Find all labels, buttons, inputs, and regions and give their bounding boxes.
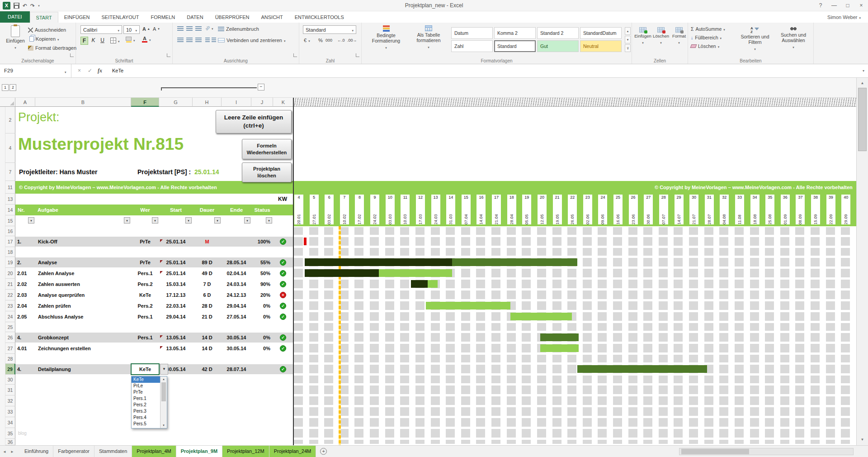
horizontal-scroll-thumb[interactable]	[681, 449, 749, 454]
conditional-formatting-button[interactable]: Bedingte Formatierung	[365, 25, 407, 51]
dialog-launcher-icon[interactable]	[167, 53, 170, 57]
cell-wer[interactable]: KeTe	[131, 364, 159, 375]
filter-button-G[interactable]: ▾	[185, 217, 192, 224]
row-header-13[interactable]: 13	[5, 194, 15, 205]
font-size-select[interactable]: 10	[123, 25, 140, 34]
align-middle-button[interactable]	[186, 26, 193, 31]
align-center-button[interactable]	[186, 38, 193, 42]
delete-cells-button[interactable]: Löschen	[652, 27, 670, 46]
cell-nr[interactable]: 4.	[17, 364, 35, 375]
cell-ende[interactable]: 28.05.14	[222, 257, 251, 268]
cell-task[interactable]: Analyse querprüfen	[38, 290, 131, 300]
row-header-24[interactable]: 24	[5, 311, 15, 322]
cell-dauer[interactable]: 28 D	[193, 300, 222, 311]
row-header-15[interactable]: 15	[5, 215, 15, 226]
cancel-entry-icon[interactable]: ×	[78, 64, 81, 77]
borders-button[interactable]	[110, 38, 120, 43]
row-header-32[interactable]: 32	[5, 395, 15, 406]
insert-cells-button[interactable]: Einfügen	[634, 27, 652, 46]
cell-task[interactable]: Kick-Off	[38, 236, 131, 247]
cell-task[interactable]: Zeichnungen erstellen	[38, 343, 131, 354]
cell-ende[interactable]: 29.04.14	[222, 300, 251, 311]
dropdown-option-pers.4[interactable]: Pers.4	[132, 414, 160, 421]
dialog-launcher-icon[interactable]	[293, 53, 297, 57]
row-header-2[interactable]: 2	[5, 107, 15, 133]
cell-task[interactable]: Abschluss Analyse	[38, 311, 131, 322]
insert-row-button[interactable]: Leere Zeile einfügen (ctrl+e)	[216, 110, 292, 133]
dropdown-option-prte[interactable]: PrTe	[132, 389, 160, 395]
filter-button-H[interactable]: ▾	[214, 217, 221, 224]
fill-button[interactable]: ↓Füllbereich	[691, 35, 722, 40]
cell-style-standard-2[interactable]: Standard 2	[537, 27, 579, 39]
ribbon-tab-formeln[interactable]: FORMELN	[145, 12, 181, 23]
cell-ende[interactable]: 24.03.14	[222, 279, 251, 290]
ribbon-tab-daten[interactable]: DATEN	[181, 12, 209, 23]
cell-ende[interactable]: 24.12.13	[222, 290, 251, 300]
cell-status[interactable]: 100%	[251, 236, 270, 247]
cell-start[interactable]: 17.12.13	[159, 290, 193, 300]
underline-button[interactable]: U	[99, 37, 106, 45]
dialog-launcher-icon[interactable]	[356, 53, 359, 57]
dropdown-option-prle[interactable]: PrLe	[132, 383, 160, 389]
sheet-tab-einführung[interactable]: Einführung	[20, 446, 53, 457]
cell-start[interactable]: 29.04.14	[159, 311, 193, 322]
row-header-23[interactable]: 23	[5, 300, 15, 311]
name-box-caret-icon[interactable]	[65, 64, 66, 79]
column-header-H[interactable]: H	[193, 98, 222, 107]
cell-nr[interactable]: 1.	[17, 236, 35, 247]
maximize-button[interactable]: □	[841, 0, 854, 11]
cell-style-neutral[interactable]: Neutral	[580, 40, 622, 52]
collapse-group-button[interactable]: −	[258, 84, 264, 90]
cell-ende[interactable]	[222, 236, 251, 247]
cell-ende[interactable]: 27.05.14	[222, 311, 251, 322]
find-select-button[interactable]: Suchen und Auswählen	[775, 26, 812, 50]
row-header-19[interactable]: 19	[5, 257, 15, 268]
cell-start[interactable]: 25.01.14	[159, 236, 193, 247]
prev-sheet-icon[interactable]: ◄	[3, 450, 6, 454]
row-header-27[interactable]: 27	[5, 343, 15, 354]
row-header-28[interactable]: 28	[5, 354, 15, 364]
format-as-table-button[interactable]: Als Tabelle formatieren	[408, 25, 449, 50]
sheet-tab-projektplan_24m[interactable]: Projektplan_24M	[269, 446, 316, 457]
row-header-36[interactable]: 36	[5, 439, 15, 445]
cell-style-standarddatum[interactable]: StandardDatum	[580, 27, 622, 39]
row-header-22[interactable]: 22	[5, 290, 15, 300]
row-header-21[interactable]: 21	[5, 279, 15, 290]
formula-input[interactable]: KeTe	[112, 64, 123, 77]
paste-button[interactable]: Einfügen	[4, 25, 27, 51]
row-header-17[interactable]: 17	[5, 236, 15, 247]
filter-button-A[interactable]: ▾	[28, 217, 34, 224]
minimize-button[interactable]: —	[827, 0, 841, 11]
clear-plan-button[interactable]: Projektplan löschen	[242, 162, 292, 182]
scroll-down-icon[interactable]: ▼	[857, 435, 868, 444]
dropdown-option-pers.1[interactable]: Pers.1	[132, 395, 160, 402]
gantt-column-headers[interactable]	[294, 98, 856, 107]
row-header-26[interactable]: 26	[5, 332, 15, 343]
cell-style-komma-2[interactable]: Komma 2	[494, 27, 536, 39]
ribbon-tab-seitenlayout[interactable]: SEITENLAYOUT	[95, 12, 145, 23]
dialog-launcher-icon[interactable]	[70, 53, 74, 57]
cut-button[interactable]: Ausschneiden	[28, 27, 66, 33]
cell-start[interactable]: 30.05.14	[159, 364, 193, 375]
filter-button-F[interactable]: ▾	[152, 217, 158, 224]
cell-wer[interactable]: Pers.1	[131, 332, 159, 343]
cell-status[interactable]: 0%	[251, 311, 270, 322]
cell-task[interactable]: Grobkonzept	[38, 332, 131, 343]
cell-status[interactable]: 90%	[251, 279, 270, 290]
cell-status[interactable]: 0%	[251, 332, 270, 343]
horizontal-scrollbar[interactable]	[679, 448, 854, 455]
number-format-select[interactable]: Standard	[303, 25, 356, 34]
cell-status[interactable]: 0%	[251, 343, 270, 354]
wrap-text-button[interactable]: Zeilenumbruch	[218, 26, 259, 32]
filter-button-B[interactable]: ▾	[124, 217, 130, 224]
column-header-B[interactable]: B	[35, 98, 131, 107]
align-bottom-button[interactable]	[195, 26, 202, 31]
column-header-J[interactable]: J	[251, 98, 273, 107]
row-header-18[interactable]: 18	[5, 247, 15, 257]
comma-style-button[interactable]: 000	[326, 38, 332, 43]
enter-entry-icon[interactable]: ✓	[88, 64, 92, 77]
ribbon-tab-datei[interactable]: DATEI	[0, 11, 30, 23]
cell-status[interactable]: 55%	[251, 257, 270, 268]
cell-dauer[interactable]: 49 D	[193, 268, 222, 279]
sheet-tab-projektplan_12m[interactable]: Projektplan_12M	[222, 446, 269, 457]
